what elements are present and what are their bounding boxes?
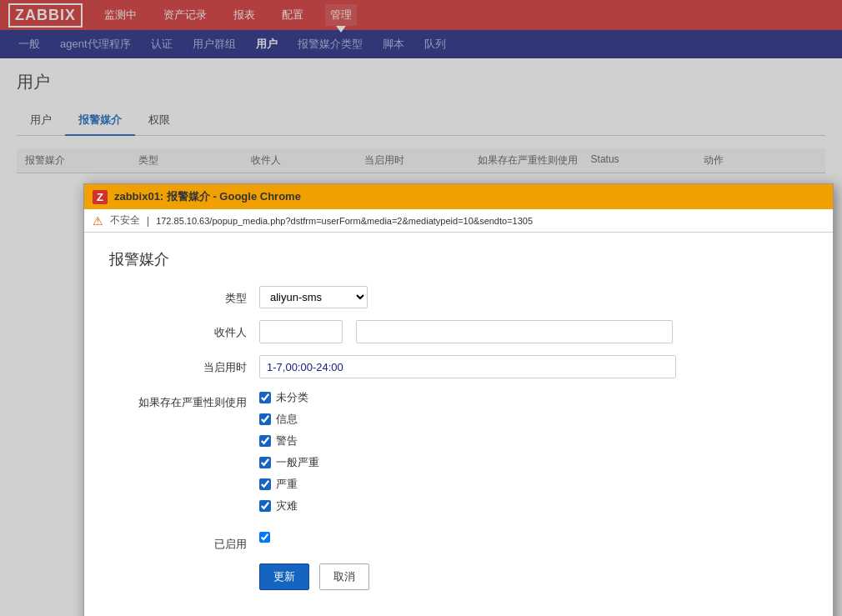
when-active-label: 当启用时 xyxy=(109,355,259,375)
popup-addressbar: ⚠ 不安全 | 172.85.10.63/popup_media.php?dst… xyxy=(84,209,833,233)
severity-label: 如果存在严重性则使用 xyxy=(109,390,259,410)
severity-disaster-label: 灾难 xyxy=(276,498,298,513)
form-row-severity: 如果存在严重性则使用 未分类 信息 警告 一般严重 xyxy=(109,390,808,520)
buttons-control: 更新 取消 xyxy=(259,563,808,590)
type-label: 类型 xyxy=(109,286,259,306)
buttons-spacer xyxy=(109,563,259,568)
when-active-control xyxy=(259,355,808,378)
form-row-type: 类型 aliyun-sms xyxy=(109,286,808,308)
url-text: 172.85.10.63/popup_media.php?dstfrm=user… xyxy=(156,216,533,226)
severity-unclassified: 未分类 xyxy=(259,390,808,405)
severity-info: 信息 xyxy=(259,412,808,427)
severity-info-label: 信息 xyxy=(276,412,298,427)
insecure-label: 不安全 xyxy=(110,213,140,228)
when-active-input[interactable] xyxy=(259,355,676,378)
type-control: aliyun-sms xyxy=(259,286,808,308)
recipient-input-2[interactable] xyxy=(356,320,673,343)
form-row-buttons: 更新 取消 xyxy=(109,563,808,590)
severity-high-checkbox[interactable] xyxy=(259,478,271,490)
enabled-control xyxy=(259,532,808,545)
severity-control: 未分类 信息 警告 一般严重 严重 xyxy=(259,390,808,520)
recipient-input-1[interactable] xyxy=(259,320,343,343)
severity-disaster: 灾难 xyxy=(259,498,808,513)
severity-high-label: 严重 xyxy=(276,477,298,492)
recipient-label: 收件人 xyxy=(109,320,259,340)
type-select[interactable]: aliyun-sms xyxy=(259,286,368,308)
warning-icon: ⚠ xyxy=(93,214,103,228)
form-row-when-active: 当启用时 xyxy=(109,355,808,378)
recipient-control xyxy=(259,320,808,343)
enabled-checkbox[interactable] xyxy=(259,532,270,543)
severity-average-label: 一般严重 xyxy=(276,455,319,470)
severity-unclassified-checkbox[interactable] xyxy=(259,392,271,403)
severity-unclassified-label: 未分类 xyxy=(276,390,308,405)
severity-high: 严重 xyxy=(259,477,808,492)
form-row-recipient: 收件人 xyxy=(109,320,808,343)
severity-average: 一般严重 xyxy=(259,455,808,470)
severity-warning-label: 警告 xyxy=(276,433,298,448)
popup-titlebar-title: zabbix01: 报警媒介 - Google Chrome xyxy=(114,189,824,204)
enabled-label: 已启用 xyxy=(109,532,259,552)
severity-average-checkbox[interactable] xyxy=(259,457,271,468)
popup-section-title: 报警媒介 xyxy=(109,249,808,269)
update-button[interactable]: 更新 xyxy=(259,563,309,590)
popup-titlebar-logo: Z xyxy=(93,190,108,204)
popup-body: 报警媒介 类型 aliyun-sms 收件人 当启用时 xyxy=(84,233,833,616)
severity-disaster-checkbox[interactable] xyxy=(259,500,271,512)
severity-info-checkbox[interactable] xyxy=(259,413,271,425)
cancel-button[interactable]: 取消 xyxy=(319,563,369,590)
address-separator: | xyxy=(147,215,149,227)
form-row-enabled: 已启用 xyxy=(109,532,808,552)
popup-window: Z zabbix01: 报警媒介 - Google Chrome ⚠ 不安全 |… xyxy=(83,183,834,616)
severity-warning: 警告 xyxy=(259,433,808,448)
severity-warning-checkbox[interactable] xyxy=(259,435,271,447)
popup-titlebar: Z zabbix01: 报警媒介 - Google Chrome xyxy=(84,184,833,209)
